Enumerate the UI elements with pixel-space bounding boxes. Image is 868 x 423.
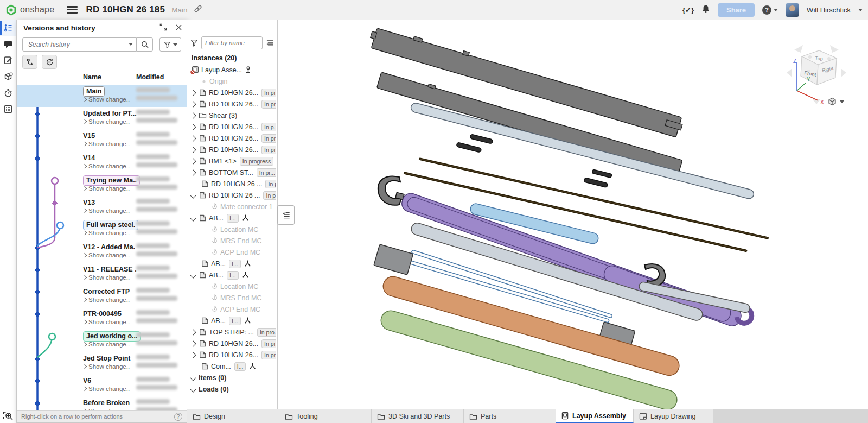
version-row[interactable]: V12 - Added Ma.Show change.. xyxy=(17,241,187,263)
instance-row[interactable]: TOP STRIP: ...In pro... xyxy=(187,326,276,338)
instance-row[interactable]: Layup Asse... xyxy=(187,64,276,75)
featurescript-icon[interactable]: {✓} xyxy=(682,6,694,14)
sidebar-item-comments[interactable] xyxy=(0,36,16,52)
instance-row[interactable]: Location MC xyxy=(187,224,276,235)
instance-row[interactable]: Location MC xyxy=(187,281,276,292)
version-row[interactable]: Jed working o...Show change.. xyxy=(17,330,187,352)
link-icon[interactable] xyxy=(194,4,202,15)
instance-row[interactable]: MRS End MC xyxy=(187,292,276,304)
branch-view-button[interactable] xyxy=(22,55,37,69)
instance-row[interactable]: Items (0) xyxy=(187,372,276,383)
filter-button[interactable] xyxy=(159,37,181,52)
instance-row[interactable]: RD 10HGN 26...In pr... xyxy=(187,98,276,110)
collapse-chevron-icon[interactable] xyxy=(190,272,196,278)
version-row[interactable]: V14Show change.. xyxy=(17,151,187,174)
instance-row[interactable]: Loads (0) xyxy=(187,383,276,395)
search-history-input[interactable] xyxy=(27,40,126,49)
instance-row[interactable]: BM1 <1>In progress xyxy=(187,155,276,167)
collapse-chevron-icon[interactable] xyxy=(190,192,196,198)
sidebar-item-parts-help[interactable] xyxy=(0,68,16,85)
sidebar-item-versions[interactable] xyxy=(0,20,16,36)
version-row[interactable]: Before BrokenShow change.. xyxy=(17,396,187,411)
version-row[interactable]: V11 - RELEASE .Show change.. xyxy=(17,263,187,285)
collapse-chevron-icon[interactable] xyxy=(190,375,196,381)
instance-row[interactable]: RD 10HGN 26 ...In pr... xyxy=(187,178,276,190)
show-changes-toggle[interactable]: Show change.. xyxy=(83,252,130,258)
tab-3d-ski-and-3d-parts[interactable]: 3D Ski and 3D Parts xyxy=(372,409,464,423)
expand-chevron-icon[interactable] xyxy=(190,329,196,335)
version-row[interactable]: Corrected FTPShow change.. xyxy=(17,285,187,307)
expand-chevron-icon[interactable] xyxy=(190,124,196,130)
expand-chevron-icon[interactable] xyxy=(190,101,196,107)
version-row[interactable]: Trying new Ma..Show change.. xyxy=(17,174,187,196)
instance-row[interactable]: AB...I... xyxy=(187,315,276,326)
instance-row[interactable]: MRS End MC xyxy=(187,235,276,247)
version-row[interactable]: V15Show change.. xyxy=(17,129,187,151)
version-row[interactable]: Jed Stop PointShow change.. xyxy=(17,352,187,374)
instance-row[interactable]: ACP End MC xyxy=(187,304,276,315)
view-finder-icon[interactable] xyxy=(3,411,14,423)
instance-row[interactable]: RD 10HGN 26...In pr... xyxy=(187,87,276,98)
instance-row[interactable]: RD 10HGN 26 ...In pr... xyxy=(187,190,276,201)
version-row[interactable]: V13Show change.. xyxy=(17,196,187,218)
show-changes-toggle[interactable]: Show change.. xyxy=(83,341,130,348)
instance-row[interactable]: BOTTOM ST...In pr... xyxy=(187,167,276,178)
close-icon[interactable] xyxy=(175,23,182,33)
sidebar-item-tables[interactable] xyxy=(0,101,16,117)
restore-version-button[interactable] xyxy=(42,55,57,69)
expand-chevron-icon[interactable] xyxy=(190,112,196,118)
show-changes-toggle[interactable]: Show change.. xyxy=(83,230,130,236)
version-row[interactable]: V6Show change.. xyxy=(17,374,187,396)
share-button[interactable]: Share xyxy=(718,3,755,17)
show-changes-toggle[interactable]: Show change.. xyxy=(83,207,130,214)
show-changes-toggle[interactable]: Show change.. xyxy=(83,185,130,192)
filter-by-name-input[interactable] xyxy=(201,36,263,49)
instance-row[interactable]: AB...I... xyxy=(187,258,276,269)
instance-row[interactable]: RD 10HGN 26...In pr... xyxy=(187,132,276,144)
instances-filter-icon[interactable] xyxy=(190,39,198,47)
instance-row[interactable]: RD 10HGN 26...In p... xyxy=(187,121,276,132)
show-changes-toggle[interactable]: Show change.. xyxy=(83,386,130,392)
expand-chevron-icon[interactable] xyxy=(190,147,196,153)
search-dropdown-caret-icon[interactable] xyxy=(129,43,133,46)
instance-row[interactable]: Com...I... xyxy=(187,361,276,372)
expand-chevron-icon[interactable] xyxy=(190,135,196,141)
expand-chevron-icon[interactable] xyxy=(190,340,196,346)
tab-tooling[interactable]: Tooling xyxy=(279,409,372,423)
instance-row[interactable]: AB...I... xyxy=(187,269,276,281)
expand-chevron-icon[interactable] xyxy=(190,169,196,175)
notifications-bell-icon[interactable] xyxy=(701,4,710,16)
show-changes-toggle[interactable]: Show change.. xyxy=(83,296,130,303)
sidebar-item-edit-notes[interactable] xyxy=(0,52,16,68)
user-caret-icon[interactable] xyxy=(858,9,863,11)
version-row[interactable]: Full wrap steel.Show change.. xyxy=(17,218,187,241)
instance-row[interactable]: Origin xyxy=(187,75,276,87)
tab-layup-assembly[interactable]: Layup Assembly xyxy=(556,409,634,423)
help-menu[interactable]: ? xyxy=(762,5,778,15)
show-changes-toggle[interactable]: Show change.. xyxy=(83,163,130,169)
tab-layup-drawing[interactable]: Layup Drawing xyxy=(634,409,713,423)
model-viewport[interactable] xyxy=(278,20,868,409)
expand-chevron-icon[interactable] xyxy=(190,352,196,358)
instance-row[interactable]: RD 10HGN 26...In pr... xyxy=(187,144,276,155)
footer-help-icon[interactable]: ? xyxy=(174,413,182,421)
instance-row[interactable]: AB...I... xyxy=(187,212,276,224)
version-row[interactable]: PTR-000495Show change.. xyxy=(17,307,187,330)
menu-icon[interactable] xyxy=(67,6,78,14)
display-options-icon[interactable] xyxy=(266,40,274,47)
collapse-chevron-icon[interactable] xyxy=(190,386,196,392)
view-options-button[interactable] xyxy=(827,97,844,106)
show-changes-toggle[interactable]: Show change.. xyxy=(83,274,130,281)
avatar[interactable] xyxy=(786,3,799,17)
show-changes-toggle[interactable]: Show change.. xyxy=(83,319,130,325)
show-changes-toggle[interactable]: Show change.. xyxy=(83,141,130,147)
instance-row[interactable]: Shear (3) xyxy=(187,110,276,121)
structure-panel-toggle-button[interactable] xyxy=(277,205,295,225)
detach-panel-icon[interactable] xyxy=(159,23,168,34)
collapse-chevron-icon[interactable] xyxy=(190,215,196,221)
expand-chevron-icon[interactable] xyxy=(190,90,196,96)
instance-row[interactable]: Mate connector 1 xyxy=(187,201,276,212)
viewcube-face-top[interactable]: Top xyxy=(815,55,823,61)
tab-parts[interactable]: Parts xyxy=(464,409,556,423)
version-row[interactable]: MainShow change.. xyxy=(17,85,187,107)
